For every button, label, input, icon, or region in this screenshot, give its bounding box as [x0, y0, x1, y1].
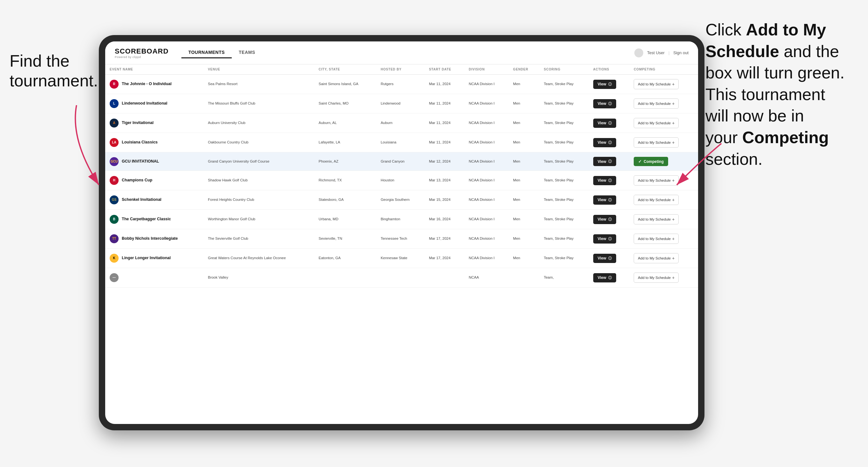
view-button[interactable]: View ⓘ	[593, 273, 616, 282]
add-to-schedule-button[interactable]: Add to My Schedule +	[634, 98, 679, 109]
add-to-schedule-button[interactable]: Add to My Schedule +	[634, 79, 679, 89]
division-cell: NCAA Division I	[464, 210, 508, 229]
hosted-by-cell: Binghamton	[376, 210, 424, 229]
table-row: K Linger Longer Invitational Great Water…	[105, 249, 698, 268]
event-name-cell: K Linger Longer Invitational	[105, 249, 204, 268]
event-name-text: GCU INVITATIONAL	[122, 159, 159, 164]
competing-cell: Add to My Schedule +	[629, 74, 698, 94]
table-header-row: EVENT NAME VENUE CITY, STATE HOSTED BY S…	[105, 64, 698, 74]
venue-cell: Sea Palms Resort	[204, 74, 314, 94]
hosted-by-cell	[376, 268, 424, 287]
gender-cell	[509, 268, 539, 287]
city-state-cell	[314, 268, 376, 287]
view-button[interactable]: View ⓘ	[593, 99, 616, 108]
view-button[interactable]: View ⓘ	[593, 195, 616, 205]
city-state-cell: Statesboro, GA	[314, 190, 376, 210]
division-cell: NCAA Division I	[464, 171, 508, 190]
view-button[interactable]: View ⓘ	[593, 176, 616, 185]
team-logo: A	[110, 119, 119, 127]
division-cell: NCAA Division I	[464, 74, 508, 94]
user-name: Test User	[647, 50, 664, 55]
start-date-cell: Mar 11, 2024	[425, 94, 464, 114]
venue-cell: Grand Canyon University Golf Course	[204, 152, 314, 171]
add-to-schedule-button[interactable]: Add to My Schedule +	[634, 175, 679, 186]
add-to-schedule-button[interactable]: Add to My Schedule +	[634, 234, 679, 244]
hosted-by-cell: Grand Canyon	[376, 152, 424, 171]
logo-text: SCOREBOARD	[115, 47, 168, 56]
col-actions: ACTIONS	[589, 64, 629, 74]
view-button[interactable]: View ⓘ	[593, 254, 616, 263]
event-name-cell: L Lindenwood Invitational	[105, 94, 204, 114]
event-name-text: Bobby Nichols Intercollegiate	[122, 236, 178, 242]
table-row: A Tiger Invitational Auburn University C…	[105, 114, 698, 133]
add-to-schedule-button[interactable]: Add to My Schedule +	[634, 253, 679, 263]
add-to-schedule-button[interactable]: Add to My Schedule +	[634, 214, 679, 224]
add-to-schedule-button[interactable]: Add to My Schedule +	[634, 137, 679, 148]
actions-cell: View ⓘ	[589, 133, 629, 152]
start-date-cell: Mar 12, 2024	[425, 152, 464, 171]
city-state-cell: Urbana, MD	[314, 210, 376, 229]
tablet-screen: SCOREBOARD Powered by clippd TOURNAMENTS…	[105, 41, 698, 424]
actions-cell: View ⓘ	[589, 94, 629, 114]
logo-sub: Powered by clippd	[115, 56, 168, 59]
start-date-cell: Mar 17, 2024	[425, 249, 464, 268]
venue-cell: Oakbourne Country Club	[204, 133, 314, 152]
team-logo: LA	[110, 138, 119, 147]
city-state-cell: Eatonton, GA	[314, 249, 376, 268]
add-to-schedule-button[interactable]: Add to My Schedule +	[634, 195, 679, 205]
city-state-cell: Saint Charles, MO	[314, 94, 376, 114]
team-logo: TT	[110, 234, 119, 243]
tournaments-table: EVENT NAME VENUE CITY, STATE HOSTED BY S…	[105, 64, 698, 287]
actions-cell: View ⓘ	[589, 190, 629, 210]
col-competing: COMPETING	[629, 64, 698, 74]
tab-tournaments[interactable]: TOURNAMENTS	[181, 47, 232, 58]
view-button[interactable]: View ⓘ	[593, 119, 616, 128]
hosted-by-cell: Louisiana	[376, 133, 424, 152]
gender-cell: Men	[509, 229, 539, 249]
team-logo: B	[110, 215, 119, 224]
view-button[interactable]: View ⓘ	[593, 80, 616, 89]
event-name-cell: H Champions Cup	[105, 171, 204, 190]
view-button[interactable]: View ⓘ	[593, 234, 616, 244]
view-button[interactable]: View ⓘ	[593, 215, 616, 224]
hosted-by-cell: Georgia Southern	[376, 190, 424, 210]
actions-cell: View ⓘ	[589, 114, 629, 133]
competing-cell: Add to My Schedule +	[629, 229, 698, 249]
actions-cell: View ⓘ	[589, 74, 629, 94]
hosted-by-cell: Lindenwood	[376, 94, 424, 114]
hosted-by-cell: Rutgers	[376, 74, 424, 94]
col-hosted-by: HOSTED BY	[376, 64, 424, 74]
gender-cell: Men	[509, 114, 539, 133]
view-button[interactable]: View ⓘ	[593, 157, 616, 166]
venue-cell: Shadow Hawk Golf Club	[204, 171, 314, 190]
sign-out-link[interactable]: Sign out	[673, 50, 688, 55]
event-name-text: Tiger Invitational	[122, 120, 154, 126]
table-row: B The Carpetbagger Classic Worthington M…	[105, 210, 698, 229]
col-gender: GENDER	[509, 64, 539, 74]
add-to-schedule-button[interactable]: Add to My Schedule +	[634, 273, 679, 283]
event-name-text: Louisiana Classics	[122, 139, 158, 145]
city-state-cell: Saint Simons Island, GA	[314, 74, 376, 94]
actions-cell: View ⓘ	[589, 229, 629, 249]
gender-cell: Men	[509, 249, 539, 268]
venue-cell: Brook Valley	[204, 268, 314, 287]
actions-cell: View ⓘ	[589, 152, 629, 171]
user-avatar	[634, 49, 643, 57]
col-event-name: EVENT NAME	[105, 64, 204, 74]
team-logo: R	[110, 80, 119, 89]
competing-button[interactable]: ✓ Competing	[634, 157, 668, 166]
scoring-cell: Team, Stroke Play	[539, 171, 589, 190]
table-row: LA Louisiana Classics Oakbourne Country …	[105, 133, 698, 152]
view-button[interactable]: View ⓘ	[593, 138, 616, 147]
tablet-device: SCOREBOARD Powered by clippd TOURNAMENTS…	[99, 35, 705, 430]
competing-cell: ✓ Competing	[629, 152, 698, 171]
start-date-cell: Mar 15, 2024	[425, 190, 464, 210]
tournaments-table-container: EVENT NAME VENUE CITY, STATE HOSTED BY S…	[105, 64, 698, 424]
tab-teams[interactable]: TEAMS	[232, 47, 262, 58]
team-logo: GS	[110, 195, 119, 204]
add-to-schedule-button[interactable]: Add to My Schedule +	[634, 118, 679, 128]
scoring-cell: Team, Stroke Play	[539, 210, 589, 229]
division-cell: NCAA Division I	[464, 229, 508, 249]
col-city-state: CITY, STATE	[314, 64, 376, 74]
start-date-cell: Mar 11, 2024	[425, 133, 464, 152]
